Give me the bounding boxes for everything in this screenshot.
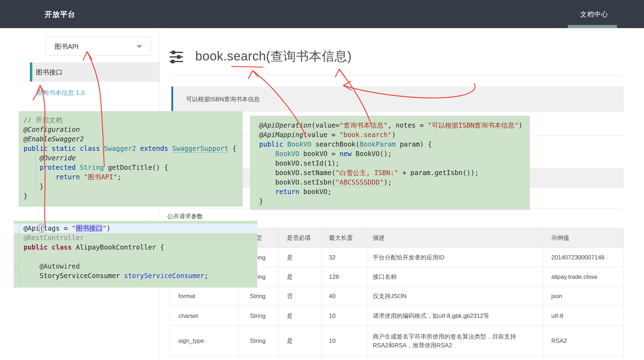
annotation-underline-title <box>232 66 263 67</box>
table-cell-max_length: 40 <box>321 287 367 306</box>
table-cell-example: alipay.trade.close <box>544 267 624 287</box>
title-divider <box>171 75 624 76</box>
table-cell-description: 接口名称 <box>367 267 544 287</box>
active-tab-indicator <box>568 25 617 28</box>
summary-text: 可以根据ISBN查询书本信息 <box>186 95 260 103</box>
table-header-cell: 描述 <box>367 228 544 248</box>
table-cell-empty <box>278 356 321 360</box>
table-cell-type: String <box>238 287 278 306</box>
sidebar-link-search-doc[interactable]: 查询书本信息 1.0 <box>36 89 85 97</box>
table-cell-empty <box>170 356 238 360</box>
fold-icon[interactable]: − <box>14 264 19 269</box>
page-title: book.search(查询书本信息) <box>195 48 352 65</box>
code-line: public BookVO searchBook(BookParam param… <box>250 140 530 149</box>
code-line: @Autowired <box>14 262 257 271</box>
brand-title: 开放平台 <box>45 9 75 19</box>
table-cell-param: sign_type <box>170 326 238 356</box>
table-header-cell: 最大长度 <box>321 228 367 248</box>
table-cell-required: 否 <box>278 287 321 306</box>
table-cell-max_length: 32 <box>321 248 367 267</box>
code-line: public class AlipayBookController { <box>14 243 257 252</box>
code-line: return bookVO; <box>250 187 530 197</box>
api-select-dropdown[interactable]: 图书API <box>46 37 151 56</box>
code-line: public static class Swagger2 extends Swa… <box>19 144 243 153</box>
api-select-value: 图书API <box>54 42 79 51</box>
active-item-bar <box>30 63 32 82</box>
table-cell-type: String <box>238 326 278 356</box>
table-header-cell: 示例值 <box>544 228 624 248</box>
code-line: return "图书API"; <box>19 172 243 182</box>
sliders-icon <box>169 50 184 64</box>
code-line: } <box>19 182 243 191</box>
code-overlay-controller: − @Api(tags = "图书接口")@RestControllerpubl… <box>14 221 257 288</box>
chevron-down-icon <box>137 45 142 48</box>
code-line: bookVO.setId(1); <box>250 159 530 168</box>
top-navbar: 开放平台 文档中心 <box>0 0 644 28</box>
table-row-partial <box>170 356 624 360</box>
indent-guide <box>35 153 36 191</box>
code-line: } <box>19 191 243 201</box>
code-line: StoryServiceConsumer storyServiceConsume… <box>14 271 257 281</box>
editor-gutter: − <box>14 221 19 288</box>
table-cell-max_length: 10 <box>321 326 367 356</box>
table-cell-description: 平台分配给开发者的应用ID <box>367 248 544 267</box>
code-line: @ApiOperation(value="查询书本信息", notes = "可… <box>250 121 530 130</box>
table-cell-max_length: 128 <box>321 267 367 287</box>
code-line: @ApiMapping(value = "book.search") <box>250 130 530 140</box>
table-cell-required: 是 <box>278 306 321 326</box>
table-cell-empty <box>544 356 624 360</box>
table-cell-type: String <box>238 306 278 326</box>
code-line: @Configuration <box>19 125 243 134</box>
code-line: bookVO.setIsbn("ABCSSSSDDD"); <box>250 178 530 187</box>
code-line: BookVO bookVO = new BookVO(); <box>250 149 530 159</box>
sidebar-item-label: 图书接口 <box>36 68 63 77</box>
table-cell-required: 是 <box>278 326 321 356</box>
table-row: formatString否40仅支持JSONjson <box>170 287 624 306</box>
sidebar-item-book-api-group[interactable]: 图书接口 <box>30 63 159 82</box>
code-line: bookVO.setName("白雪公主, ISBN:" + param.get… <box>250 168 530 178</box>
table-cell-empty <box>367 356 544 360</box>
table-cell-example: json <box>544 287 624 306</box>
table-cell-description: 请求使用的编码格式，如utf-8,gbk,gb2312等 <box>367 306 544 326</box>
table-cell-required: 是 <box>278 267 321 287</box>
table-row: sign_typeString是10商户生成签名字符串所使用的签名算法类型，目前… <box>170 326 624 356</box>
code-line: @Api(tags = "图书接口") <box>14 224 257 233</box>
table-cell-required: 是 <box>278 248 321 267</box>
nav-doc-center[interactable]: 文档中心 <box>580 10 608 19</box>
table-cell-example: utf-8 <box>544 306 624 326</box>
code-line: protected String getDocTitle() { <box>19 163 243 172</box>
code-line: @Override <box>19 153 243 163</box>
table-cell-param: format <box>170 287 238 306</box>
code-line: @EnableSwagger2 <box>19 134 243 144</box>
table-cell-empty <box>321 356 367 360</box>
code-line: @RestController <box>14 233 257 243</box>
summary-accent-bar <box>171 86 173 112</box>
code-overlay-search-method: @ApiOperation(value="查询书本信息", notes = "可… <box>250 116 530 210</box>
section-heading-common-params: 公共请求参数 <box>167 212 203 220</box>
table-cell-example: RSA2 <box>544 326 624 356</box>
code-line: // 开启文档 <box>19 115 243 125</box>
table-cell-description: 商户生成签名字符串所使用的签名算法类型，目前支持RSA2和RSA，推荐使用RSA… <box>367 326 544 356</box>
code-overlay-swagger-config: // 开启文档@Configuration@EnableSwagger2publ… <box>19 111 243 207</box>
code-line <box>14 252 257 262</box>
table-row: charsetString是10请求使用的编码格式，如utf-8,gbk,gb2… <box>170 306 624 326</box>
table-cell-max_length: 10 <box>321 306 367 326</box>
table-cell-empty <box>238 356 278 360</box>
table-header-cell: 是否必填 <box>278 228 321 248</box>
table-cell-param: charset <box>170 306 238 326</box>
code-line: } <box>250 197 530 206</box>
table-cell-description: 仅支持JSON <box>367 287 544 306</box>
page: 开放平台 文档中心 图书API 图书接口 查询书本信息 1.0 book.sea… <box>0 0 644 360</box>
table-cell-example: 2014072300007148 <box>544 248 624 267</box>
summary-box: 可以根据ISBN查询书本信息 <box>171 86 624 112</box>
